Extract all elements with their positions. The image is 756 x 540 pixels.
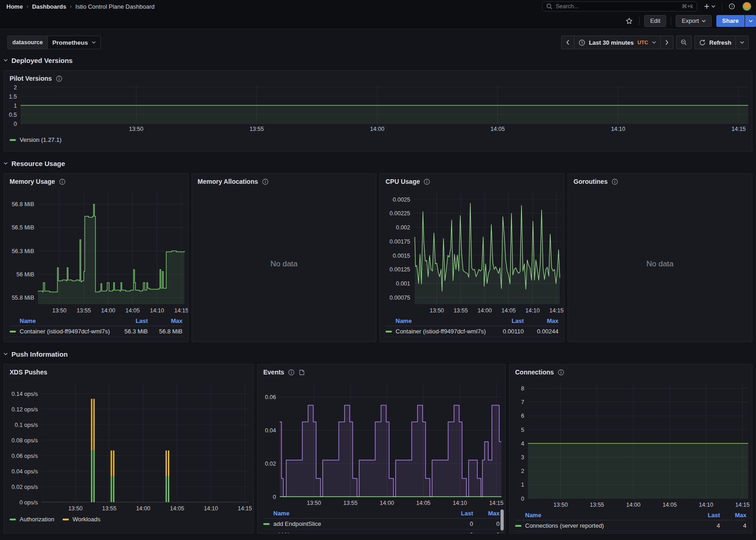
section-push-information[interactable]: Push Information [4,348,752,360]
legend-header-max[interactable]: Max [473,510,500,517]
panel-title[interactable]: XDS Pushes [10,369,47,376]
search-input[interactable]: Search... ⌘+k [542,1,697,11]
pilot-versions-chart[interactable]: 13:5013:5514:0014:0514:1014:1500.511.52 [4,83,752,135]
panel-title[interactable]: CPU Usage [386,178,420,185]
series-last-value: 56.3 MiB [111,328,148,335]
panel-header: Pilot Versions [4,71,752,83]
legend-item-workloads[interactable]: Workloads [63,516,100,523]
svg-text:2: 2 [521,468,524,474]
legend-header-max[interactable]: Max [148,317,182,324]
legend-item-version[interactable]: Version (1.27.1) [10,136,62,143]
legend-series-toggle[interactable]: Container (istiod-ff9497dcf-wml7s) [10,328,111,335]
info-icon[interactable] [59,178,66,185]
legend-header-name[interactable]: Name [263,510,441,517]
legend-scrollbar-thumb[interactable] [501,509,504,530]
time-range-picker[interactable]: Last 30 minutes UTC [574,36,660,49]
edit-button[interactable]: Edit [644,15,666,27]
memory-usage-chart[interactable]: 13:5013:5514:0014:0514:1014:1555.8 MiB56… [4,187,188,316]
legend-series-toggle[interactable]: add EndpointSlice [263,520,441,527]
svg-text:14:10: 14:10 [526,307,540,314]
chevron-down-icon [92,41,96,44]
series-last-value: 0.00110 [487,328,524,335]
user-avatar[interactable] [742,2,751,11]
export-button[interactable]: Export [676,15,712,27]
legend-header-name[interactable]: Name [10,317,111,324]
legend-series-toggle[interactable]: add Namespaces [263,531,441,534]
svg-text:14:05: 14:05 [170,505,184,512]
chevron-down-icon [4,353,8,355]
xds-pushes-chart[interactable]: 13:5013:5514:0014:0514:1014:150 ops/s0.0… [4,377,253,514]
series-swatch [263,523,270,525]
panel-title[interactable]: Goroutines [574,178,608,185]
favorite-star-button[interactable] [624,17,635,25]
panel-title[interactable]: Pilot Versions [10,75,52,82]
legend-header-last[interactable]: Last [487,317,524,324]
svg-text:13:50: 13:50 [307,500,321,506]
time-shift-back-button[interactable] [562,36,574,49]
svg-text:14:05: 14:05 [125,307,140,314]
svg-text:14:00: 14:00 [101,307,115,314]
breadcrumb-dashboards[interactable]: Dashboards [32,3,66,10]
panel-title[interactable]: Memory Usage [10,178,55,185]
panel-title[interactable]: Memory Allocations [198,178,258,185]
legend-header-max[interactable]: Max [720,512,746,519]
svg-text:56.8 MiB: 56.8 MiB [12,201,34,208]
legend-series-toggle[interactable]: Container (istiod-ff9497dcf-wml7s) [386,328,487,335]
legend-row: add EndpointSlice 0 0 [263,519,500,530]
info-icon[interactable] [288,369,295,376]
cpu-usage-chart[interactable]: 13:5013:5514:0014:0514:1014:150.000750.0… [380,187,564,316]
svg-text:0.04 ops/s: 0.04 ops/s [11,468,38,475]
panel-pilot-versions: Pilot Versions 13:5013:5514:0014:0514:10… [4,70,752,151]
svg-text:14:00: 14:00 [380,500,394,506]
svg-text:0.02 ops/s: 0.02 ops/s [11,484,38,490]
push-information-row: XDS Pushes 13:5013:5514:0014:0514:1014:1… [4,364,752,534]
add-new-button[interactable] [701,1,718,11]
legend-header-last[interactable]: Last [441,510,473,517]
panel-header: Memory Allocations [192,174,376,187]
datasource-picker: datasource Prometheus [7,36,101,49]
info-icon[interactable] [423,178,430,185]
svg-text:14:10: 14:10 [150,307,164,314]
zoom-out-button[interactable] [677,36,691,49]
legend-header-max[interactable]: Max [524,317,558,324]
info-icon[interactable] [558,369,564,376]
legend-header: Name Last Max [515,510,746,520]
info-icon[interactable] [262,178,269,185]
svg-text:56 MiB: 56 MiB [16,271,34,278]
svg-text:0.04: 0.04 [265,427,276,434]
legend-header: Name Last Max [10,316,182,326]
timezone-label: UTC [637,40,648,45]
legend-header-last[interactable]: Last [688,512,720,519]
section-resource-usage[interactable]: Resource Usage [4,157,752,170]
help-button[interactable]: ? [726,1,738,11]
legend-item-authorization[interactable]: Authorization [10,516,54,523]
legend-header-last[interactable]: Last [111,317,148,324]
datasource-select[interactable]: Prometheus [47,36,100,49]
series-swatch [10,139,16,141]
panel-description-icon[interactable] [298,369,305,376]
share-button[interactable]: Share [716,15,745,27]
legend-series-toggle[interactable]: Connections (server reported) [515,522,688,529]
breadcrumb-home[interactable]: Home [6,3,23,10]
legend-header-name[interactable]: Name [386,317,487,324]
info-icon[interactable] [611,178,618,185]
nav-divider [722,3,722,10]
panel-title[interactable]: Connections [515,369,554,376]
chevron-down-icon [749,20,753,22]
panel-events: Events 13:5013:5514:0014:0514:1014:1500.… [257,364,506,534]
refresh-button[interactable]: Refresh [695,36,735,49]
connections-chart[interactable]: 13:5013:5514:0014:0514:1014:15012345678 [510,377,752,510]
info-icon[interactable] [56,75,63,82]
events-legend-table: Name Last Max add EndpointSlice 0 0 add … [258,509,505,534]
svg-text:14:10: 14:10 [453,500,467,506]
section-deployed-versions[interactable]: Deployed Versions [4,54,752,67]
series-max-value: 56.8 MiB [148,328,182,335]
share-menu-button[interactable] [745,15,756,27]
panel-title[interactable]: Events [263,369,284,376]
legend-header-name[interactable]: Name [515,512,688,519]
events-chart[interactable]: 13:5013:5514:0014:0514:1014:1500.020.040… [258,377,505,509]
series-swatch [10,519,16,520]
refresh-interval-button[interactable] [735,36,748,49]
panel-cpu-usage: CPU Usage 13:5013:5514:0014:0514:1014:15… [380,173,564,342]
time-shift-forward-button[interactable] [660,36,673,49]
